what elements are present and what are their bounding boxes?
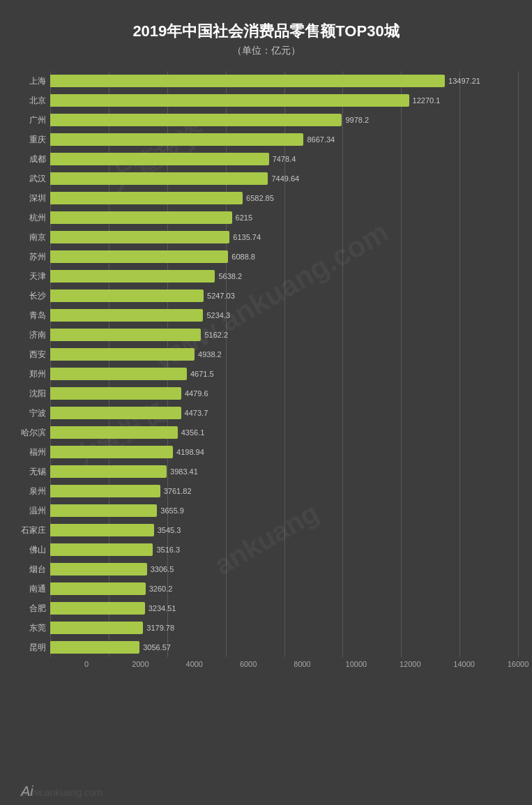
bar-value: 3761.82 <box>164 487 192 495</box>
bar-value: 5638.2 <box>218 272 242 280</box>
bar <box>50 231 229 243</box>
bar-wrap: 6135.74 <box>50 231 518 243</box>
y-label: 成都 <box>14 149 46 169</box>
bar-wrap: 4473.7 <box>50 407 518 419</box>
y-label: 广州 <box>14 110 46 130</box>
bar-value: 8667.34 <box>307 135 335 144</box>
bar <box>50 524 154 536</box>
bar-wrap: 4671.5 <box>50 368 518 380</box>
bar-wrap: 7478.4 <box>50 153 518 165</box>
chart-subtitle: （单位：亿元） <box>14 45 518 57</box>
x-axis-container: 0200040006000800010000120001400016000 <box>86 660 518 674</box>
bar-value: 3983.41 <box>170 467 198 476</box>
bar-row: 5234.3 <box>50 306 518 325</box>
bars-and-grid: 13497.2112270.19978.28667.347478.47449.6… <box>50 71 518 657</box>
y-label: 上海 <box>14 71 46 91</box>
y-label: 西安 <box>14 345 46 364</box>
x-tick: 16000 <box>508 660 529 668</box>
y-label: 南京 <box>14 227 46 247</box>
bar <box>50 250 228 263</box>
bar-row: 6088.8 <box>50 247 518 266</box>
bar <box>50 133 303 146</box>
grid-line <box>518 71 519 657</box>
y-label: 武汉 <box>14 169 46 188</box>
y-label: 泉州 <box>14 481 46 501</box>
bar-value: 4671.5 <box>190 370 214 378</box>
bar-value: 5162.2 <box>204 331 228 339</box>
bar-wrap: 5247.03 <box>50 289 518 302</box>
y-label: 天津 <box>14 266 46 286</box>
bar <box>50 114 342 126</box>
bar <box>50 387 181 400</box>
bar-row: 13497.21 <box>50 71 518 91</box>
bar-row: 6215 <box>50 208 518 227</box>
bar <box>50 465 167 478</box>
bar <box>50 329 201 341</box>
y-label: 烟台 <box>14 559 46 579</box>
x-tick: 4000 <box>186 660 203 668</box>
chart-title: 2019年中国社会消费品零售额TOP30城 <box>14 21 518 42</box>
bar-value: 3179.78 <box>146 624 174 632</box>
y-label: 温州 <box>14 501 46 520</box>
bar-value: 3306.5 <box>151 565 174 573</box>
bar <box>50 641 139 654</box>
bar <box>50 348 195 361</box>
bar-wrap: 13497.21 <box>50 75 518 87</box>
x-tick: 0 <box>84 660 89 668</box>
bar <box>50 446 173 458</box>
bar <box>50 504 157 517</box>
x-tick: 8000 <box>294 660 310 668</box>
bar <box>50 75 445 87</box>
bar-row: 3545.3 <box>50 520 518 540</box>
bar-value: 4479.6 <box>185 389 208 398</box>
bar-value: 5234.3 <box>206 311 230 319</box>
y-label: 郑州 <box>14 364 46 384</box>
bar-row: 4479.6 <box>50 384 518 403</box>
bars-section: 上海北京广州重庆成都武汉深圳杭州南京苏州天津长沙青岛济南西安郑州沈阳宁波哈尔滨福… <box>14 71 518 657</box>
x-tick: 14000 <box>453 660 475 668</box>
bar <box>50 407 181 419</box>
bar-row: 3056.57 <box>50 638 518 657</box>
bar-wrap: 4479.6 <box>50 387 518 400</box>
y-label: 佛山 <box>14 540 46 559</box>
bar-value: 3056.57 <box>143 643 171 652</box>
bar-row: 3179.78 <box>50 618 518 638</box>
bar-wrap: 12270.1 <box>50 94 518 107</box>
bar-wrap: 3761.82 <box>50 485 518 497</box>
bar-value: 3545.3 <box>158 526 181 534</box>
bar-row: 3260.2 <box>50 579 518 599</box>
x-tick: 10000 <box>346 660 367 668</box>
bar-wrap: 3545.3 <box>50 524 518 536</box>
bar-wrap: 5638.2 <box>50 270 518 283</box>
y-label: 无锡 <box>14 462 46 481</box>
bar-value: 7478.4 <box>273 155 296 163</box>
y-label: 深圳 <box>14 188 46 208</box>
bar-row: 8667.34 <box>50 130 518 149</box>
bar-row: 12270.1 <box>50 91 518 110</box>
bar-value: 6088.8 <box>231 253 255 261</box>
bar-wrap: 8667.34 <box>50 133 518 146</box>
bar-wrap: 6215 <box>50 211 518 224</box>
bar-row: 3306.5 <box>50 559 518 579</box>
y-label: 福州 <box>14 442 46 462</box>
bar-row: 4356.1 <box>50 423 518 442</box>
bar <box>50 485 160 497</box>
bar-row: 3516.3 <box>50 540 518 559</box>
bar-wrap: 3260.2 <box>50 582 518 595</box>
bar-row: 7449.64 <box>50 169 518 188</box>
y-label: 昆明 <box>14 638 46 657</box>
bar-row: 3655.9 <box>50 501 518 520</box>
bar-wrap: 5162.2 <box>50 329 518 341</box>
bars-rows: 13497.2112270.19978.28667.347478.47449.6… <box>50 71 518 657</box>
bar-wrap: 4356.1 <box>50 426 518 439</box>
bar-wrap: 3516.3 <box>50 543 518 556</box>
y-label: 北京 <box>14 91 46 110</box>
bar-value: 4473.7 <box>185 409 208 417</box>
bar-wrap: 7449.64 <box>50 172 518 185</box>
bar-wrap: 3306.5 <box>50 563 518 575</box>
bar-wrap: 3655.9 <box>50 504 518 517</box>
bar <box>50 309 203 322</box>
y-label: 沈阳 <box>14 384 46 403</box>
y-label: 合肥 <box>14 599 46 618</box>
bar-row: 3761.82 <box>50 481 518 501</box>
